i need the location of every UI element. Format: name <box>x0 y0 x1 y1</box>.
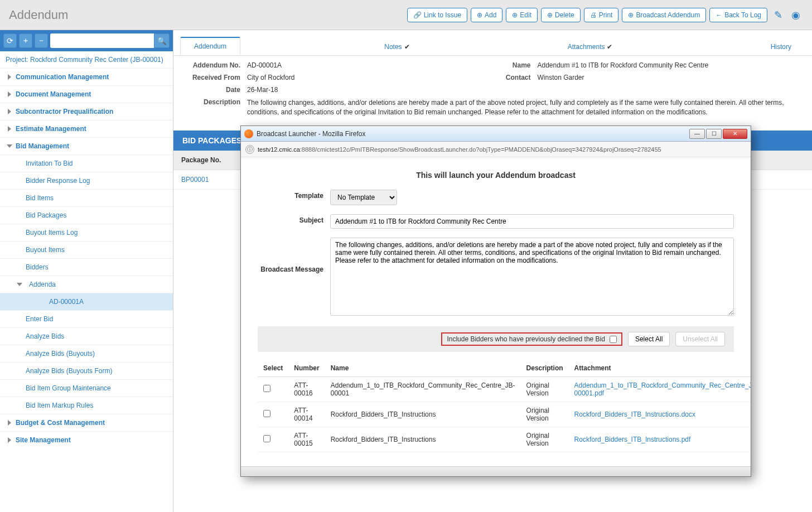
nav-analyze-bids-buyouts-form[interactable]: Analyze Bids (Buyouts Form) <box>0 362 173 379</box>
col-name: Name <box>325 360 521 377</box>
tab-label: Addendum <box>194 42 226 50</box>
top-header: Addendum 🔗Link to Issue ⊕Add ⊕Edit ⊕Dele… <box>0 0 812 30</box>
value-name: Addendum #1 to ITB for Rockford Communit… <box>538 61 801 69</box>
minimize-button[interactable]: — <box>689 129 705 139</box>
label-name: Name <box>493 61 538 69</box>
edit-note-icon[interactable]: ✎ <box>771 8 785 22</box>
include-declined-bidders[interactable]: Include Bidders who have previously decl… <box>441 332 622 346</box>
arrow-left-icon: ← <box>716 11 722 19</box>
nav-label: Analyze Bids <box>26 332 64 340</box>
close-button[interactable]: ✕ <box>723 129 747 139</box>
nav-buyout-items[interactable]: Buyout Items <box>0 241 173 258</box>
delete-button[interactable]: ⊕Delete <box>541 8 581 22</box>
nav-buyout-items-log[interactable]: Buyout Items Log <box>0 224 173 241</box>
unselect-all-button[interactable]: Unselect All <box>675 332 725 346</box>
nav-addenda[interactable]: Addenda <box>0 276 173 293</box>
nav-bidder-response-log[interactable]: Bidder Response Log <box>0 172 173 189</box>
check-icon: ✔ <box>404 43 410 51</box>
caret-icon <box>8 109 11 114</box>
cell-number: ATT-00015 <box>288 427 325 452</box>
caret-icon <box>8 420 11 426</box>
sidebar: ⟳ ＋ － 🔍 Project: Rockford Community Rec … <box>0 30 173 512</box>
nav-bid-management[interactable]: Bid Management <box>0 137 173 154</box>
tab-notes[interactable]: Notes✔ <box>370 38 423 55</box>
link-to-issue-button[interactable]: 🔗Link to Issue <box>407 8 467 22</box>
attachments-table: Select Number Name Description Attachmen… <box>258 360 751 452</box>
maximize-button[interactable]: ☐ <box>706 129 722 139</box>
delete-label: Delete <box>555 11 574 19</box>
window-titlebar[interactable]: Broadcast Launcher - Mozilla Firefox — ☐… <box>241 126 751 142</box>
nav-site-management[interactable]: Site Management <box>0 431 173 448</box>
plus-circle-icon: ⊕ <box>628 11 634 19</box>
tab-history[interactable]: History <box>757 38 805 55</box>
link-to-issue-label: Link to Issue <box>424 11 461 19</box>
broadcast-addendum-button[interactable]: ⊕Broadcast Addendum <box>622 8 706 22</box>
sidebar-search-input[interactable] <box>50 33 154 48</box>
attachment-link[interactable]: Addendum_1_to_ITB_Rockford_Community_Rec… <box>574 381 751 397</box>
label-description: Description <box>185 98 247 117</box>
attachment-link[interactable]: Rockford_Bidders_ITB_Instructions.docx <box>574 410 695 418</box>
back-to-log-button[interactable]: ←Back To Log <box>709 8 767 22</box>
url-host: testv12.cmic.ca <box>258 146 300 153</box>
select-all-button[interactable]: Select All <box>628 332 670 346</box>
include-declined-checkbox[interactable] <box>610 336 617 343</box>
expand-icon[interactable]: ＋ <box>19 33 32 48</box>
search-icon[interactable]: 🔍 <box>154 33 170 48</box>
nav-enter-bid[interactable]: Enter Bid <box>0 310 173 327</box>
attachment-link[interactable]: Rockford_Bidders_ITB_Instructions.pdf <box>574 436 691 443</box>
broadcast-message-textarea[interactable] <box>330 238 734 316</box>
row-checkbox[interactable] <box>263 385 270 392</box>
cell-description: Original Version <box>521 377 569 402</box>
collapse-icon[interactable]: － <box>35 33 48 48</box>
nav-label: Bid Item Group Maintenance <box>26 384 111 392</box>
nav-communication-management[interactable]: Communication Management <box>0 68 173 85</box>
nav-bid-packages[interactable]: Bid Packages <box>0 206 173 224</box>
top-actions: 🔗Link to Issue ⊕Add ⊕Edit ⊕Delete 🖨Print… <box>407 8 803 22</box>
nav-invitation-to-bid[interactable]: Invitation To Bid <box>0 154 173 172</box>
nav-document-management[interactable]: Document Management <box>0 85 173 103</box>
nav-label: Site Management <box>16 436 71 444</box>
broadcast-label: Broadcast Addendum <box>636 11 700 19</box>
cell-name: Addendum_1_to_ITB_Rockford_Community_Rec… <box>325 377 521 402</box>
project-label[interactable]: Project: Rockford Community Rec Center (… <box>0 51 173 68</box>
add-label: Add <box>485 11 496 19</box>
include-bar: Include Bidders who have previously decl… <box>258 326 734 352</box>
edit-button[interactable]: ⊕Edit <box>506 8 538 22</box>
sidebar-toolbar: ⟳ ＋ － 🔍 <box>0 30 173 51</box>
nav-analyze-bids-buyouts[interactable]: Analyze Bids (Buyouts) <box>0 345 173 362</box>
add-button[interactable]: ⊕Add <box>471 8 502 22</box>
window-resize-grip[interactable] <box>241 466 751 476</box>
nav-bid-item-group-maintenance[interactable]: Bid Item Group Maintenance <box>0 379 173 397</box>
nav-bid-item-markup-rules[interactable]: Bid Item Markup Rules <box>0 397 173 414</box>
nav-label: AD-00001A <box>49 298 84 306</box>
cell-name: Rockford_Bidders_ITB_Instructions <box>325 427 521 452</box>
broadcast-launcher-window: Broadcast Launcher - Mozilla Firefox — ☐… <box>240 125 751 477</box>
nav-bidders[interactable]: Bidders <box>0 258 173 276</box>
subject-input[interactable] <box>330 214 734 229</box>
nav-subcontractor-prequalification[interactable]: Subcontractor Prequalification <box>0 103 173 120</box>
row-checkbox[interactable] <box>263 435 270 442</box>
nav-budget-cost-management[interactable]: Budget & Cost Management <box>0 414 173 431</box>
nav-label: Estimate Management <box>16 125 86 133</box>
tab-attachments[interactable]: Attachments✔ <box>554 38 627 55</box>
nav-label: Bid Management <box>16 142 69 150</box>
value-description: The following changes, additions, and/or… <box>247 98 801 117</box>
refresh-icon[interactable]: ⟳ <box>3 33 17 48</box>
nav-analyze-bids[interactable]: Analyze Bids <box>0 327 173 345</box>
print-button[interactable]: 🖨Print <box>584 8 619 22</box>
col-attachment: Attachment <box>569 360 751 377</box>
broadcast-heading: This will launch your Addendum broadcast <box>258 157 734 190</box>
nav-estimate-management[interactable]: Estimate Management <box>0 120 173 137</box>
url-bar[interactable]: ⓘ testv12.cmic.ca:8888/cmictest12c/PmITB… <box>241 142 751 157</box>
plus-circle-icon: ⊕ <box>547 11 553 19</box>
table-row: ATT-00016 Addendum_1_to_ITB_Rockford_Com… <box>258 377 751 402</box>
user-icon[interactable]: ◉ <box>789 8 803 22</box>
col-description: Description <box>521 360 569 377</box>
nav-label: Bid Item Markup Rules <box>26 402 93 409</box>
row-checkbox[interactable] <box>263 410 270 417</box>
nav-addendum-ad-00001a[interactable]: AD-00001A <box>0 293 173 310</box>
template-select[interactable]: No Template <box>330 190 397 205</box>
tab-addendum[interactable]: Addendum <box>180 37 240 55</box>
nav-bid-items[interactable]: Bid Items <box>0 189 173 206</box>
cell-number: ATT-00016 <box>288 377 325 402</box>
